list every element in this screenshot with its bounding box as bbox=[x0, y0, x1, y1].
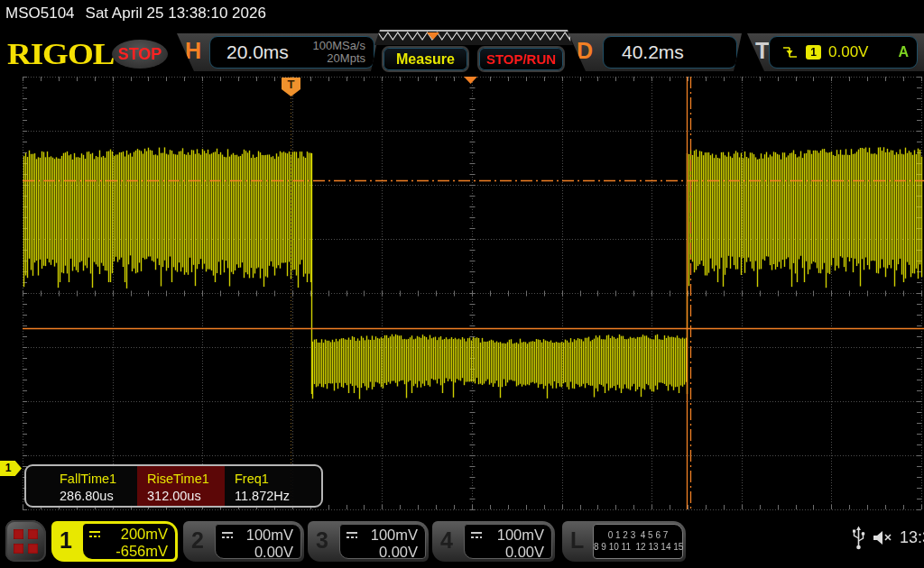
sample-rate: 100MSa/s bbox=[312, 40, 365, 52]
channel4-scale: 100mV bbox=[497, 527, 544, 544]
measurement-falltime[interactable]: FallTime1 286.80us bbox=[50, 466, 137, 506]
channel2-number: 2 bbox=[191, 527, 204, 554]
dc-coupling-icon bbox=[470, 531, 483, 539]
datetime-label: Sat April 25 13:38:10 2026 bbox=[86, 5, 266, 22]
channel1-offset: -656mV bbox=[116, 543, 168, 560]
position-triangle-icon bbox=[427, 32, 439, 40]
logic-channels-box[interactable]: L 0 1 2 3 4 5 6 7 8 9 10 11 12 13 14 15 bbox=[562, 521, 686, 562]
usb-icon bbox=[852, 526, 865, 550]
trigger-mode-auto: A bbox=[898, 44, 909, 60]
channel2-offset: 0.00V bbox=[254, 544, 293, 561]
measure-button[interactable]: Measure bbox=[382, 46, 469, 72]
memory-depth: 20Mpts bbox=[312, 52, 365, 65]
dc-coupling-icon bbox=[346, 531, 358, 539]
menu-button[interactable] bbox=[5, 520, 46, 562]
memory-waveform-zigzag bbox=[378, 32, 570, 40]
logic-row-0-7: 0 1 2 3 4 5 6 7 bbox=[594, 529, 682, 541]
horizontal-box[interactable]: H 20.0ms 100MSa/s 20Mpts bbox=[177, 33, 379, 71]
status-bar: MSO5104Sat April 25 13:38:10 2026 bbox=[5, 5, 277, 23]
dc-coupling-icon bbox=[221, 531, 234, 539]
channel4-box[interactable]: 4 100mV 0.00V bbox=[432, 521, 555, 562]
channel4-offset: 0.00V bbox=[505, 544, 544, 561]
memory-position-strip[interactable] bbox=[374, 30, 573, 45]
timebase-value: 20.0ms bbox=[210, 41, 289, 63]
rigol-logo: RIGOL bbox=[7, 36, 114, 72]
logic-row-8-15: 8 9 10 11 12 13 14 15 bbox=[594, 541, 682, 553]
run-state-badge: STOP bbox=[112, 40, 168, 69]
channel2-scale: 100mV bbox=[246, 527, 293, 544]
stop-run-button[interactable]: STOP/RUN bbox=[477, 46, 565, 72]
channel3-box[interactable]: 3 100mV 0.00V bbox=[308, 521, 429, 562]
channel4-number: 4 bbox=[440, 527, 453, 554]
logic-label: L bbox=[570, 527, 584, 554]
measurement-risetime[interactable]: RiseTime1 312.00us bbox=[137, 466, 225, 506]
model-label: MSO5104 bbox=[5, 5, 75, 22]
menu-grid-icon bbox=[14, 529, 38, 554]
trigger-source-badge: 1 bbox=[806, 45, 821, 60]
trigger-level-value: 0.00V bbox=[828, 43, 868, 61]
measurement-freq[interactable]: Freq1 11.872Hz bbox=[225, 466, 312, 506]
clock: 13:37 bbox=[900, 528, 924, 547]
delay-box[interactable]: D 40.2ms bbox=[568, 33, 742, 71]
delay-value: 40.2ms bbox=[604, 41, 684, 63]
channel1-number: 1 bbox=[60, 527, 72, 554]
falling-edge-icon bbox=[782, 45, 799, 60]
channel3-number: 3 bbox=[316, 527, 328, 554]
channel3-scale: 100mV bbox=[371, 527, 418, 544]
channel2-box[interactable]: 2 100mV 0.00V bbox=[183, 521, 304, 562]
measurement-panel[interactable]: FallTime1 286.80us RiseTime1 312.00us Fr… bbox=[24, 464, 323, 508]
channel3-offset: 0.00V bbox=[379, 544, 418, 561]
channel1-box[interactable]: 1 200mV -656mV bbox=[51, 521, 178, 562]
dc-coupling-icon bbox=[88, 530, 101, 538]
channel1-scale: 200mV bbox=[121, 526, 168, 543]
oscilloscope-screen: MSO5104Sat April 25 13:38:10 2026 RIGOL … bbox=[0, 0, 924, 568]
trigger-box[interactable]: T 1 0.00V A bbox=[747, 33, 924, 71]
speaker-muted-icon[interactable] bbox=[873, 530, 894, 546]
